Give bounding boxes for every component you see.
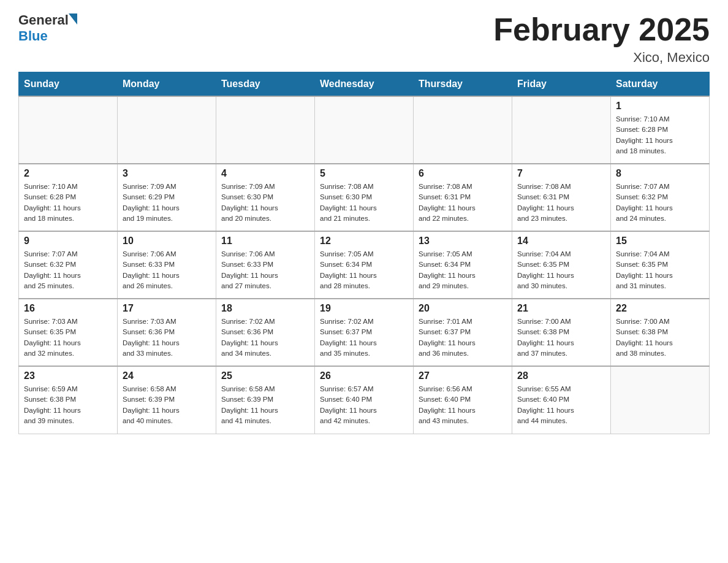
day-number: 16 [24,303,112,314]
calendar-day-cell: 12Sunrise: 7:05 AM Sunset: 6:34 PM Dayli… [315,231,414,299]
calendar-day-cell: 26Sunrise: 6:57 AM Sunset: 6:40 PM Dayli… [315,366,414,434]
calendar-day-cell [118,96,216,164]
day-number: 13 [419,236,507,247]
day-number: 22 [616,303,704,314]
day-info: Sunrise: 7:01 AM Sunset: 6:37 PM Dayligh… [419,316,507,359]
calendar-day-cell: 23Sunrise: 6:59 AM Sunset: 6:38 PM Dayli… [19,366,118,434]
calendar-day-cell [315,96,414,164]
day-info: Sunrise: 7:04 AM Sunset: 6:35 PM Dayligh… [616,249,704,291]
calendar-day-cell: 27Sunrise: 6:56 AM Sunset: 6:40 PM Dayli… [414,366,512,434]
day-info: Sunrise: 7:08 AM Sunset: 6:31 PM Dayligh… [419,182,507,224]
day-number: 7 [517,168,605,179]
day-of-week-header: Thursday [414,72,512,97]
day-info: Sunrise: 7:04 AM Sunset: 6:35 PM Dayligh… [517,249,605,291]
calendar-day-cell: 19Sunrise: 7:02 AM Sunset: 6:37 PM Dayli… [315,299,414,366]
calendar-day-cell: 11Sunrise: 7:06 AM Sunset: 6:33 PM Dayli… [216,231,315,299]
day-number: 15 [616,236,704,247]
calendar-day-cell: 21Sunrise: 7:00 AM Sunset: 6:38 PM Dayli… [512,299,611,366]
day-number: 26 [320,370,408,381]
day-info: Sunrise: 6:56 AM Sunset: 6:40 PM Dayligh… [419,384,507,426]
calendar-day-cell: 20Sunrise: 7:01 AM Sunset: 6:37 PM Dayli… [414,299,512,366]
day-info: Sunrise: 6:58 AM Sunset: 6:39 PM Dayligh… [123,384,211,426]
day-info: Sunrise: 6:55 AM Sunset: 6:40 PM Dayligh… [517,384,605,426]
day-number: 23 [24,370,112,381]
day-of-week-header: Wednesday [315,72,414,97]
location-text: Xico, Mexico [493,50,710,66]
day-info: Sunrise: 7:00 AM Sunset: 6:38 PM Dayligh… [517,316,605,359]
day-number: 11 [221,236,309,247]
day-info: Sunrise: 7:07 AM Sunset: 6:32 PM Dayligh… [616,182,704,224]
calendar-week-row: 16Sunrise: 7:03 AM Sunset: 6:35 PM Dayli… [19,299,710,366]
day-info: Sunrise: 7:02 AM Sunset: 6:37 PM Dayligh… [320,316,408,359]
calendar-day-cell: 7Sunrise: 7:08 AM Sunset: 6:31 PM Daylig… [512,164,611,231]
day-number: 2 [24,168,112,179]
day-info: Sunrise: 7:05 AM Sunset: 6:34 PM Dayligh… [320,249,408,291]
calendar-day-cell: 9Sunrise: 7:07 AM Sunset: 6:32 PM Daylig… [19,231,118,299]
calendar-day-cell: 17Sunrise: 7:03 AM Sunset: 6:36 PM Dayli… [118,299,216,366]
day-info: Sunrise: 7:09 AM Sunset: 6:29 PM Dayligh… [123,182,211,224]
calendar-week-row: 1Sunrise: 7:10 AM Sunset: 6:28 PM Daylig… [19,96,710,164]
month-title: February 2025 [493,12,710,47]
title-block: February 2025 Xico, Mexico [493,12,710,66]
calendar-day-cell: 5Sunrise: 7:08 AM Sunset: 6:30 PM Daylig… [315,164,414,231]
calendar-day-cell: 16Sunrise: 7:03 AM Sunset: 6:35 PM Dayli… [19,299,118,366]
logo-general-text: General [18,12,69,28]
day-info: Sunrise: 7:06 AM Sunset: 6:33 PM Dayligh… [221,249,309,291]
calendar-table: SundayMondayTuesdayWednesdayThursdayFrid… [18,72,710,434]
day-info: Sunrise: 6:57 AM Sunset: 6:40 PM Dayligh… [320,384,408,426]
calendar-day-cell: 25Sunrise: 6:58 AM Sunset: 6:39 PM Dayli… [216,366,315,434]
day-info: Sunrise: 7:06 AM Sunset: 6:33 PM Dayligh… [123,249,211,291]
day-of-week-header: Friday [512,72,611,97]
day-info: Sunrise: 7:10 AM Sunset: 6:28 PM Dayligh… [24,182,112,224]
day-info: Sunrise: 7:08 AM Sunset: 6:30 PM Dayligh… [320,182,408,224]
calendar-day-cell [611,366,710,434]
day-info: Sunrise: 7:09 AM Sunset: 6:30 PM Dayligh… [221,182,309,224]
calendar-day-cell: 28Sunrise: 6:55 AM Sunset: 6:40 PM Dayli… [512,366,611,434]
calendar-day-cell: 2Sunrise: 7:10 AM Sunset: 6:28 PM Daylig… [19,164,118,231]
day-number: 28 [517,370,605,381]
calendar-day-cell: 8Sunrise: 7:07 AM Sunset: 6:32 PM Daylig… [611,164,710,231]
day-of-week-header: Tuesday [216,72,315,97]
day-info: Sunrise: 7:03 AM Sunset: 6:36 PM Dayligh… [123,316,211,359]
day-number: 12 [320,236,408,247]
calendar-day-cell [414,96,512,164]
calendar-day-cell: 10Sunrise: 7:06 AM Sunset: 6:33 PM Dayli… [118,231,216,299]
day-of-week-header: Monday [118,72,216,97]
day-number: 21 [517,303,605,314]
day-number: 5 [320,168,408,179]
day-number: 17 [123,303,211,314]
day-of-week-header: Saturday [611,72,710,97]
day-number: 10 [123,236,211,247]
day-number: 4 [221,168,309,179]
calendar-week-row: 2Sunrise: 7:10 AM Sunset: 6:28 PM Daylig… [19,164,710,231]
day-number: 19 [320,303,408,314]
day-info: Sunrise: 7:03 AM Sunset: 6:35 PM Dayligh… [24,316,112,359]
day-number: 1 [616,101,704,112]
calendar-day-cell [216,96,315,164]
calendar-day-cell: 22Sunrise: 7:00 AM Sunset: 6:38 PM Dayli… [611,299,710,366]
calendar-day-cell: 6Sunrise: 7:08 AM Sunset: 6:31 PM Daylig… [414,164,512,231]
logo-triangle-icon [69,13,77,25]
calendar-day-cell: 1Sunrise: 7:10 AM Sunset: 6:28 PM Daylig… [611,96,710,164]
day-info: Sunrise: 6:59 AM Sunset: 6:38 PM Dayligh… [24,384,112,426]
day-number: 3 [123,168,211,179]
day-number: 27 [419,370,507,381]
day-info: Sunrise: 7:00 AM Sunset: 6:38 PM Dayligh… [616,316,704,359]
day-number: 25 [221,370,309,381]
calendar-day-cell: 24Sunrise: 6:58 AM Sunset: 6:39 PM Dayli… [118,366,216,434]
calendar-day-cell: 4Sunrise: 7:09 AM Sunset: 6:30 PM Daylig… [216,164,315,231]
day-info: Sunrise: 7:02 AM Sunset: 6:36 PM Dayligh… [221,316,309,359]
day-info: Sunrise: 7:05 AM Sunset: 6:34 PM Dayligh… [419,249,507,291]
day-number: 24 [123,370,211,381]
day-info: Sunrise: 7:10 AM Sunset: 6:28 PM Dayligh… [616,114,704,156]
day-info: Sunrise: 7:08 AM Sunset: 6:31 PM Dayligh… [517,182,605,224]
logo-blue-text: Blue [18,28,48,44]
calendar-day-cell [19,96,118,164]
calendar-day-cell: 3Sunrise: 7:09 AM Sunset: 6:29 PM Daylig… [118,164,216,231]
calendar-day-cell: 14Sunrise: 7:04 AM Sunset: 6:35 PM Dayli… [512,231,611,299]
day-number: 18 [221,303,309,314]
day-number: 20 [419,303,507,314]
calendar-week-row: 9Sunrise: 7:07 AM Sunset: 6:32 PM Daylig… [19,231,710,299]
day-of-week-header: Sunday [19,72,118,97]
calendar-day-cell: 18Sunrise: 7:02 AM Sunset: 6:36 PM Dayli… [216,299,315,366]
